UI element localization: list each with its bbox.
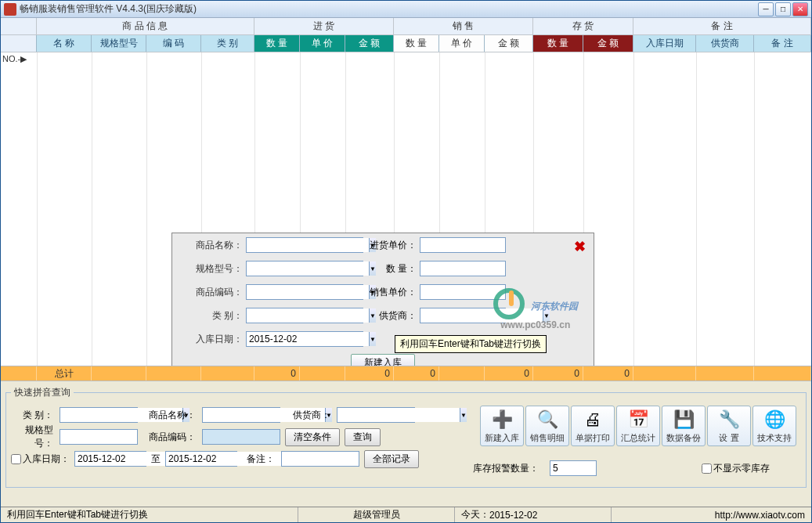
label-category: 类 别： <box>180 309 246 323</box>
minimize-button[interactable]: ─ <box>758 2 774 16</box>
col-stock-amt[interactable]: 金 额 <box>583 35 633 52</box>
label-to: 至 <box>151 453 161 466</box>
total-stock-qty: 0 <box>533 366 583 381</box>
stock-alert-input[interactable] <box>550 460 597 476</box>
header-group-remark: 备 注 <box>633 18 811 34</box>
label-qty: 数 量： <box>363 262 420 276</box>
col-stock-qty[interactable]: 数 量 <box>533 35 583 52</box>
label-in-date: 入库日期： <box>180 333 246 346</box>
sale-price-input[interactable] <box>420 284 506 300</box>
tb-settings[interactable]: 🔧设 置 <box>707 406 751 446</box>
chevron-down-icon[interactable]: ▼ <box>460 408 467 422</box>
grid-body[interactable]: NO.-▶ ✖ 河东软件园 www.pc0359.cn 商品 <box>1 52 811 366</box>
new-in-button[interactable]: 新建入库 <box>351 354 415 366</box>
total-in-amt: 0 <box>345 366 394 381</box>
close-button[interactable]: ✕ <box>792 2 808 16</box>
search-title: 快速拼音查询 <box>11 386 74 399</box>
statusbar: 利用回车Enter键和Tab键进行切换 超级管理员 今天：2015-12-02 … <box>1 507 811 522</box>
date-from-picker[interactable]: ▼ <box>74 451 146 467</box>
label-in-price: 进货单价： <box>363 239 420 252</box>
in-date-checkbox[interactable]: 入库日期： <box>11 453 70 466</box>
chevron-down-icon[interactable]: ▼ <box>543 308 550 323</box>
col-sale-amt[interactable]: 金 额 <box>485 35 533 52</box>
col-name[interactable]: 名 称 <box>37 35 92 52</box>
header-group-purchase: 进 货 <box>254 18 394 34</box>
stock-alert-label: 库存报警数量： <box>473 462 539 475</box>
app-icon <box>4 3 16 16</box>
col-sale-qty[interactable]: 数 量 <box>394 35 439 52</box>
query-button[interactable]: 查询 <box>345 428 381 446</box>
label-code: 商品编码： <box>180 286 246 299</box>
search-category-combo[interactable]: ▼ <box>60 407 138 423</box>
col-in-price[interactable]: 单 价 <box>300 35 345 52</box>
grid-header-columns: 名 称 规格型号 编 码 类 别 数 量 单 价 金 额 数 量 单 价 金 额… <box>1 35 811 52</box>
tb-sales-detail[interactable]: 🔍销售明细 <box>525 406 569 446</box>
supplier-combo[interactable]: ▼ <box>420 308 506 323</box>
window-title: 畅销服装销售管理软件 V4.4.3(国庆珍藏版) <box>20 2 758 16</box>
globe-icon: 🌐 <box>763 409 785 431</box>
grid-header-groups: 商 品 信 息 进 货 销 售 存 货 备 注 <box>1 18 811 35</box>
status-user: 超级管理员 <box>298 507 455 522</box>
search-code-input[interactable] <box>202 429 280 445</box>
tb-print[interactable]: 🖨单据打印 <box>571 406 615 446</box>
label-product-name: 商品名称： <box>180 239 246 252</box>
total-label: 总计 <box>37 366 92 381</box>
col-in-amt[interactable]: 金 额 <box>345 35 394 52</box>
search-supplier-combo[interactable]: ▼ <box>337 407 415 423</box>
in-price-input[interactable] <box>420 237 506 253</box>
search-label-category: 类 别： <box>11 409 55 422</box>
tooltip: 利用回车Enter键和Tab键进行切换 <box>395 335 547 353</box>
all-records-button[interactable]: 全部记录 <box>364 450 419 468</box>
col-remark[interactable]: 备 注 <box>754 35 811 52</box>
chevron-down-icon[interactable]: ▼ <box>369 332 376 346</box>
status-url: http://www.xiaotv.com <box>612 507 811 522</box>
col-supplier[interactable]: 供货商 <box>696 35 754 52</box>
printer-icon: 🖨 <box>582 409 604 431</box>
dialog-close-icon[interactable]: ✖ <box>574 238 586 255</box>
col-in-qty[interactable]: 数 量 <box>254 35 300 52</box>
col-spec[interactable]: 规格型号 <box>92 35 146 52</box>
label-supplier: 供货商： <box>363 309 420 323</box>
total-stock-amt: 0 <box>583 366 633 381</box>
hide-zero-stock-checkbox[interactable]: 不显示零库存 <box>702 462 770 475</box>
date-to-picker[interactable]: ▼ <box>165 451 237 467</box>
product-name-combo[interactable]: ▼ <box>246 237 363 253</box>
status-hint: 利用回车Enter键和Tab键进行切换 <box>1 507 298 522</box>
header-group-product: 商 品 信 息 <box>37 18 254 34</box>
col-category[interactable]: 类 别 <box>201 35 254 52</box>
clear-button[interactable]: 清空条件 <box>285 428 340 446</box>
col-sale-price[interactable]: 单 价 <box>439 35 485 52</box>
search-name-combo[interactable]: ▼ <box>202 407 280 423</box>
total-sale-amt: 0 <box>485 366 533 381</box>
col-code[interactable]: 编 码 <box>146 35 201 52</box>
in-date-picker[interactable]: ▼ <box>246 331 363 347</box>
plus-icon: ➕ <box>491 409 513 431</box>
search-label-remark: 备注： <box>242 453 276 466</box>
toolbar: ➕新建入库 🔍销售明细 🖨单据打印 📅汇总统计 💾数据备份 🔧设 置 🌐技术支持 <box>480 406 796 446</box>
category-combo[interactable]: ▼ <box>246 308 363 323</box>
col-in-date[interactable]: 入库日期 <box>633 35 696 52</box>
titlebar: 畅销服装销售管理软件 V4.4.3(国庆珍藏版) ─ □ ✕ <box>1 1 811 18</box>
tb-summary[interactable]: 📅汇总统计 <box>616 406 660 446</box>
tb-support[interactable]: 🌐技术支持 <box>752 406 796 446</box>
maximize-button[interactable]: □ <box>775 2 791 16</box>
total-in-qty: 0 <box>254 366 300 381</box>
search-remark-input[interactable] <box>281 451 359 467</box>
search-label-spec: 规格型号： <box>11 424 55 450</box>
tb-new-in[interactable]: ➕新建入库 <box>480 406 524 446</box>
magnifier-icon: 🔍 <box>536 409 558 431</box>
spec-combo[interactable]: ▼ <box>246 261 363 276</box>
label-sale-price: 销售单价： <box>363 286 420 299</box>
header-group-sales: 销 售 <box>394 18 533 34</box>
status-date: 2015-12-02 <box>489 510 537 521</box>
qty-input[interactable] <box>420 261 506 276</box>
search-label-supplier: 供货商： <box>285 409 332 422</box>
tb-backup[interactable]: 💾数据备份 <box>662 406 706 446</box>
total-sale-qty: 0 <box>394 366 439 381</box>
search-spec-input[interactable] <box>60 429 138 445</box>
data-grid: 商 品 信 息 进 货 销 售 存 货 备 注 名 称 规格型号 编 码 类 别… <box>1 18 811 381</box>
new-entry-dialog: ✖ 河东软件园 www.pc0359.cn 商品名称： ▼ 进货单价： 规格型号… <box>171 233 594 366</box>
calendar-icon: 📅 <box>627 409 649 431</box>
code-combo[interactable]: ▼ <box>246 284 363 300</box>
app-window: 畅销服装销售管理软件 V4.4.3(国庆珍藏版) ─ □ ✕ 商 品 信 息 进… <box>0 0 812 523</box>
